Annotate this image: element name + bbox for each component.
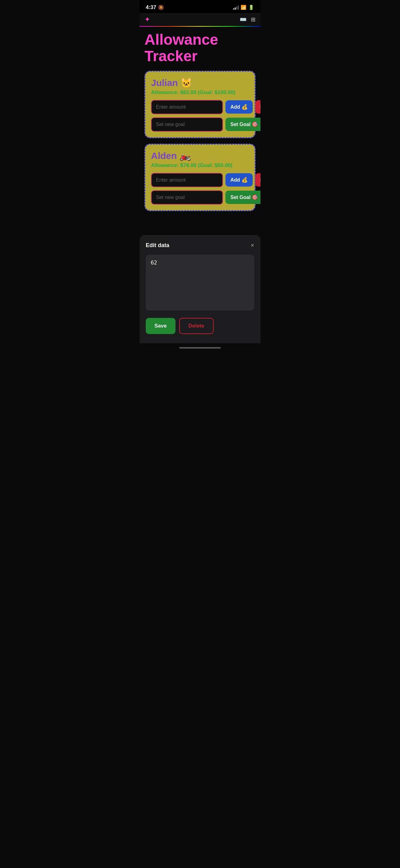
- alden-set-goal-button[interactable]: Set Goal 🎯: [226, 191, 261, 204]
- edit-actions: Save Delete: [146, 318, 254, 334]
- app-logo-icon: ✦: [144, 16, 150, 24]
- signal-icon: [233, 6, 239, 10]
- alden-card: Alden 🏍️ Allowance: $78.00 (Goal: $50.00…: [144, 144, 256, 211]
- alden-remove-button[interactable]: Remove 🚫: [255, 173, 261, 187]
- alden-add-button[interactable]: Add 💰: [226, 173, 253, 187]
- alden-goal-input[interactable]: [151, 190, 223, 205]
- main-content: Allowance Tracker Julian 🐱 Allowance: $6…: [139, 27, 261, 223]
- julian-allowance-info: Allowance: $62.00 (Goal: $100.00): [151, 89, 249, 96]
- edit-panel-header: Edit data ×: [146, 242, 254, 249]
- edit-panel-title: Edit data: [146, 242, 169, 249]
- julian-amount-row: Add 💰 Remove 🚫: [151, 100, 249, 114]
- nav-bar: ✦ ⌨️ ⊞: [139, 13, 261, 27]
- wifi-icon: 📶: [241, 5, 246, 10]
- battery-icon: 🔋: [248, 5, 254, 10]
- status-time: 4:37: [146, 4, 156, 10]
- bell-icon: 🔕: [158, 5, 164, 10]
- alden-amount-row: Add 💰 Remove 🚫: [151, 173, 249, 187]
- julian-remove-button[interactable]: Remove 🚫: [255, 100, 261, 114]
- julian-goal-input[interactable]: [151, 117, 223, 132]
- julian-card: Julian 🐱 Allowance: $62.00 (Goal: $100.0…: [144, 71, 256, 138]
- status-bar: 4:37 🔕 📶 🔋: [139, 0, 261, 13]
- alden-name: Alden 🏍️: [151, 150, 249, 161]
- edit-panel: Edit data × 62 Save Delete: [139, 235, 261, 343]
- julian-name: Julian 🐱: [151, 77, 249, 88]
- home-indicator: [179, 347, 221, 349]
- edit-textarea[interactable]: 62: [146, 254, 254, 310]
- delete-button[interactable]: Delete: [179, 318, 214, 334]
- status-icons: 📶 🔋: [233, 5, 254, 10]
- keyboard-icon[interactable]: ⌨️: [240, 16, 246, 23]
- app-title: Allowance Tracker: [144, 32, 256, 65]
- save-button[interactable]: Save: [146, 318, 175, 334]
- alden-allowance-info: Allowance: $78.00 (Goal: $50.00): [151, 162, 249, 168]
- alden-goal-row: Set Goal 🎯: [151, 190, 249, 205]
- julian-goal-row: Set Goal 🎯: [151, 117, 249, 132]
- edit-panel-close-button[interactable]: ×: [251, 242, 254, 249]
- alden-amount-input[interactable]: [151, 173, 223, 187]
- fullscreen-icon[interactable]: ⊞: [251, 16, 256, 23]
- nav-actions: ⌨️ ⊞: [240, 16, 256, 23]
- julian-add-button[interactable]: Add 💰: [226, 100, 253, 114]
- julian-amount-input[interactable]: [151, 100, 223, 114]
- julian-set-goal-button[interactable]: Set Goal 🎯: [226, 118, 261, 131]
